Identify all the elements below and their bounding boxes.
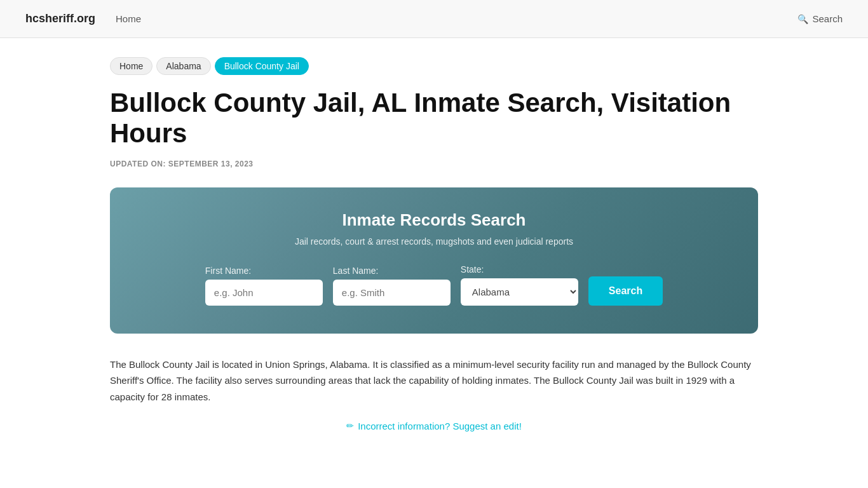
last-name-input[interactable]: [333, 280, 451, 306]
state-select[interactable]: Alabama Alaska Arizona Arkansas Californ…: [461, 278, 578, 306]
nav-home-link[interactable]: Home: [116, 13, 141, 24]
first-name-label: First Name:: [205, 266, 251, 276]
header-left: hcsheriff.org Home: [25, 12, 141, 25]
state-group: State: Alabama Alaska Arizona Arkansas C…: [461, 264, 578, 306]
description-text: The Bullock County Jail is located in Un…: [110, 356, 758, 405]
last-name-label: Last Name:: [333, 266, 379, 276]
suggest-edit-text: Incorrect information? Suggest an edit!: [358, 421, 522, 431]
search-widget: Inmate Records Search Jail records, cour…: [110, 187, 758, 334]
first-name-input[interactable]: [205, 280, 323, 306]
breadcrumb-home[interactable]: Home: [110, 57, 153, 75]
first-name-group: First Name:: [205, 266, 323, 306]
suggest-edit: ✏ Incorrect information? Suggest an edit…: [110, 420, 758, 431]
header-search-label: Search: [812, 13, 843, 24]
site-logo[interactable]: hcsheriff.org: [25, 12, 95, 25]
page-title: Bullock County Jail, AL Inmate Search, V…: [110, 88, 758, 149]
updated-date-value: SEPTEMBER 13, 2023: [168, 159, 254, 168]
breadcrumb-bullock[interactable]: Bullock County Jail: [215, 57, 309, 75]
breadcrumb-alabama[interactable]: Alabama: [156, 57, 210, 75]
state-label: State:: [461, 264, 484, 274]
suggest-edit-link[interactable]: ✏ Incorrect information? Suggest an edit…: [346, 421, 522, 431]
last-name-group: Last Name:: [333, 266, 451, 306]
widget-title: Inmate Records Search: [140, 210, 728, 230]
pencil-icon: ✏: [346, 421, 354, 431]
search-form: First Name: Last Name: State: Alabama Al…: [140, 264, 728, 306]
main-content: Home Alabama Bullock County Jail Bullock…: [85, 38, 783, 470]
search-icon: 🔍: [797, 14, 808, 24]
search-button[interactable]: Search: [588, 276, 663, 306]
breadcrumb: Home Alabama Bullock County Jail: [110, 57, 758, 75]
updated-date: UPDATED ON: SEPTEMBER 13, 2023: [110, 159, 758, 168]
updated-prefix: UPDATED ON:: [110, 159, 166, 168]
header-search[interactable]: 🔍 Search: [797, 13, 843, 24]
widget-subtitle: Jail records, court & arrest records, mu…: [140, 236, 728, 247]
site-header: hcsheriff.org Home 🔍 Search: [0, 0, 868, 38]
